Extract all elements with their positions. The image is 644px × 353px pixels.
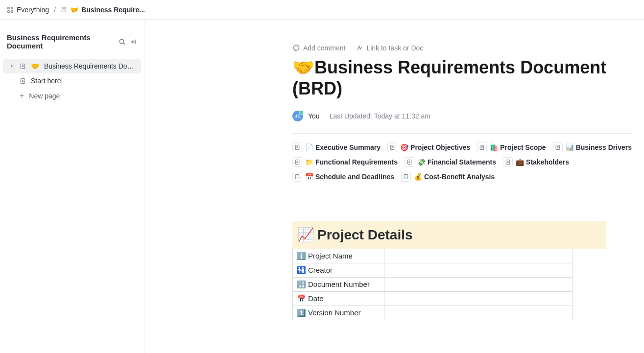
svg-rect-37 <box>506 160 510 165</box>
subpage-emoji: 📄 <box>305 143 313 151</box>
sidebar-item-start-here[interactable]: Start here! <box>3 73 141 88</box>
sidebar-new-page-label: New page <box>29 92 135 100</box>
cell-icon: 1️⃣ <box>297 308 306 317</box>
last-updated-label: Last Updated: <box>330 112 372 120</box>
svg-rect-15 <box>21 78 24 83</box>
subpage-link[interactable]: 💸Financial Statements <box>405 157 496 167</box>
svg-rect-31 <box>295 160 299 165</box>
link-icon <box>356 45 363 52</box>
search-icon[interactable] <box>119 38 126 46</box>
svg-rect-12 <box>21 64 24 69</box>
subpage-link[interactable]: 📄Executive Summary <box>292 142 381 152</box>
avatar[interactable]: JC <box>292 111 303 121</box>
subpage-emoji: 📊 <box>566 143 574 151</box>
sidebar: Business Requirements Document 🤝 <box>0 20 144 353</box>
chevron-right-icon[interactable] <box>9 64 15 68</box>
table-cell-label[interactable]: 1️⃣Version Number <box>293 306 384 320</box>
doc-meta: JC You Last Updated: Today at 11:32 am <box>292 111 632 134</box>
doc-title[interactable]: 🤝Business Requirements Document (BRD) <box>292 57 632 99</box>
table-cell-value[interactable] <box>384 278 572 292</box>
table-cell-value[interactable] <box>384 249 572 263</box>
breadcrumb-root[interactable]: Everything <box>7 6 49 14</box>
table-cell-value[interactable] <box>384 306 572 320</box>
subpage-link[interactable]: 💼Stakeholders <box>503 157 569 167</box>
page-icon <box>553 142 563 152</box>
svg-rect-28 <box>556 145 560 150</box>
table-row: ℹ️Project Name <box>293 249 572 263</box>
project-details-header: 📈 Project Details <box>292 221 606 249</box>
table-cell-label[interactable]: 🔢Document Number <box>293 278 384 292</box>
author-label: You <box>308 112 320 120</box>
svg-rect-22 <box>390 145 394 150</box>
doc-title-text: Business Requirements Document (BRD) <box>292 57 606 98</box>
subpage-emoji: 📁 <box>305 158 313 166</box>
cell-icon: ℹ️ <box>297 252 306 260</box>
subpage-link[interactable]: 📁Functional Requirements <box>292 157 398 167</box>
subpage-label: Stakeholders <box>526 158 569 166</box>
link-task-button[interactable]: Link to task or Doc <box>356 44 423 52</box>
subpage-emoji: 📅 <box>305 173 313 181</box>
page-icon <box>61 6 67 13</box>
breadcrumb-current-label: Business Require... <box>81 6 145 14</box>
subpage-label: Business Drivers <box>576 143 632 151</box>
svg-rect-19 <box>295 145 299 150</box>
content-area: Add comment Link to task or Doc 🤝Busines… <box>144 20 644 353</box>
cell-label: Project Name <box>308 252 353 260</box>
plus-icon: + <box>20 92 24 100</box>
table-cell-value[interactable] <box>384 263 572 278</box>
svg-rect-34 <box>407 160 411 165</box>
cell-label: Version Number <box>308 308 361 317</box>
link-task-label: Link to task or Doc <box>366 44 423 52</box>
page-icon <box>401 172 411 182</box>
cell-label: Document Number <box>308 280 370 288</box>
breadcrumb-separator: / <box>54 6 56 14</box>
table-row: 🔢Document Number <box>293 278 572 292</box>
sidebar-item-brd[interactable]: 🤝 Business Requirements Document ... <box>3 59 141 73</box>
subpage-label: Cost-Benefit Analysis <box>424 173 495 181</box>
subpage-link[interactable]: 📊Business Drivers <box>553 142 632 152</box>
subpages-list: 📄Executive Summary🎯Project Objectives🛍️P… <box>292 142 632 191</box>
page-icon <box>477 142 487 152</box>
breadcrumb-current[interactable]: 🤝 Business Require... <box>61 6 145 14</box>
table-row: 📅Date <box>293 292 572 306</box>
subpage-label: Schedule and Deadlines <box>315 173 394 181</box>
table-cell-label[interactable]: ℹ️Project Name <box>293 249 384 263</box>
page-icon <box>503 157 513 167</box>
add-comment-button[interactable]: Add comment <box>292 44 345 52</box>
subpage-link[interactable]: 📅Schedule and Deadlines <box>292 172 394 182</box>
doc-title-emoji: 🤝 <box>292 57 314 77</box>
subpage-label: Executive Summary <box>315 143 381 151</box>
subpage-emoji: 🎯 <box>400 143 408 151</box>
sidebar-item-emoji: 🤝 <box>31 62 39 70</box>
svg-line-8 <box>123 43 125 45</box>
sidebar-item-label: Start here! <box>31 77 135 85</box>
table-row: 🚻Creator <box>293 263 572 278</box>
project-details-table: ℹ️Project Name🚻Creator🔢Document Number📅D… <box>292 249 572 320</box>
subpage-label: Financial Statements <box>428 158 496 166</box>
page-icon <box>405 157 414 167</box>
page-icon <box>20 63 26 70</box>
subpage-link[interactable]: 🎯Project Objectives <box>387 142 470 152</box>
subpage-emoji: 💼 <box>516 158 524 166</box>
svg-rect-3 <box>11 10 13 12</box>
table-cell-label[interactable]: 🚻Creator <box>293 263 384 278</box>
sidebar-item-label: Business Requirements Document ... <box>44 62 135 70</box>
subpage-link[interactable]: 💰Cost-Benefit Analysis <box>401 172 495 182</box>
svg-rect-40 <box>295 175 299 179</box>
sidebar-new-page[interactable]: + New page <box>3 88 141 104</box>
breadcrumb-root-label: Everything <box>17 6 49 14</box>
section-emoji: 📈 <box>297 227 314 243</box>
subpage-label: Project Scope <box>500 143 546 151</box>
collapse-sidebar-icon[interactable] <box>130 38 137 46</box>
breadcrumb: Everything / 🤝 Business Require... <box>0 0 644 20</box>
cell-icon: 🚻 <box>297 266 306 274</box>
cell-icon: 🔢 <box>297 280 306 288</box>
page-icon <box>387 142 397 152</box>
table-cell-value[interactable] <box>384 292 572 306</box>
svg-rect-25 <box>480 145 484 150</box>
cell-icon: 📅 <box>297 294 306 303</box>
svg-marker-11 <box>11 65 13 68</box>
page-icon <box>292 157 302 167</box>
subpage-link[interactable]: 🛍️Project Scope <box>477 142 546 152</box>
table-cell-label[interactable]: 📅Date <box>293 292 384 306</box>
